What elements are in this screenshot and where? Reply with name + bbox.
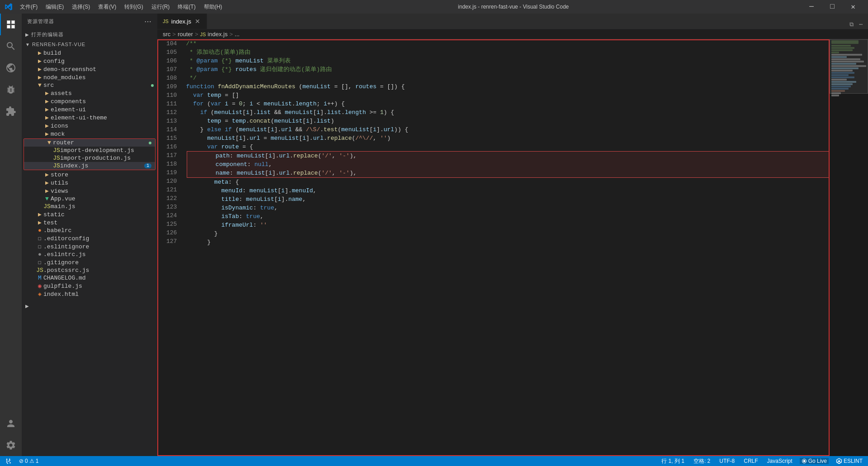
config-file-icon: ◻ [36,235,43,242]
minimize-button[interactable]: ─ [801,0,822,14]
folder-icon: ▶ [43,90,51,97]
breadcrumb-router[interactable]: router [178,31,193,38]
activity-debug[interactable] [0,79,22,100]
menu-run[interactable]: 运行(R) [148,2,174,12]
activity-search[interactable] [0,35,22,57]
line-ending-status[interactable]: CRLF [742,458,760,464]
tree-item-index-js[interactable]: JS index.js 1 [24,162,155,170]
tree-item-build[interactable]: ▶ build [22,49,157,57]
window-controls[interactable]: ─ □ ✕ [801,0,863,14]
folder-icon: ▶ [36,66,43,73]
modified-dot [151,84,154,87]
tree-item-postcssrc[interactable]: JS .postcssrc.js [22,266,157,274]
activity-extensions[interactable] [0,100,22,122]
tree-label-demo: demo-screenshot [43,66,157,73]
breadcrumb-dots[interactable]: ... [235,31,240,38]
js-file-icon: JS [53,147,60,154]
code-line-105: * 添加动态(菜单)路由 [186,48,830,57]
errors-status[interactable]: ⊘ 0 ⚠ 1 [17,458,40,464]
tree-label-eslintignore: .eslintignore [43,243,157,250]
tree-item-test[interactable]: ▶ test [22,219,157,227]
tree-item-components[interactable]: ▶ components [22,97,157,105]
outline-chevron: ▶ [25,304,29,309]
tree-item-app-vue[interactable]: ▼ App.vue [22,195,157,203]
error-icon: ⊘ [19,458,24,464]
tree-item-eslintignore[interactable]: ◻ .eslintignore [22,243,157,251]
tree-label-src: src [43,82,151,89]
language-mode[interactable]: JavaScript [765,458,794,464]
menu-goto[interactable]: 转到(G) [121,2,146,12]
menu-select[interactable]: 选择(S) [68,2,94,12]
title-bar-menu[interactable]: 文件(F) 编辑(E) 选择(S) 查看(V) 转到(G) 运行(R) 终端(T… [16,2,226,12]
tree-item-mock[interactable]: ▶ mock [22,130,157,138]
tree-label-router: router [53,139,149,146]
tree-item-index-html[interactable]: ◈ index.html [22,290,157,298]
status-left: ⊘ 0 ⚠ 1 [4,458,40,464]
tree-item-babelrc[interactable]: ● .babelrc [22,227,157,234]
eslint-label: ESLINT [844,458,863,464]
outline-header[interactable]: ▶ [22,302,157,310]
tree-item-element-ui-theme[interactable]: ▶ element-ui-theme [22,114,157,122]
tree-item-src[interactable]: ▼ src [22,81,157,89]
tree-item-eslintrc[interactable]: ● .eslintrc.js [22,251,157,258]
new-file-icon[interactable]: ⋯ [144,17,152,26]
tree-item-utils[interactable]: ▶ utils [22,179,157,187]
tree-item-changelog[interactable]: M CHANGELOG.md [22,274,157,282]
vscode-logo [5,3,13,11]
tab-index-js[interactable]: JS index.js ✕ [157,14,207,29]
js-file-icon: JS [53,155,60,162]
menu-terminal[interactable]: 终端(T) [174,2,199,12]
indentation[interactable]: 空格: 2 [692,457,712,465]
breadcrumb-src[interactable]: src [163,31,170,38]
tree-item-editorconfig[interactable]: ◻ .editorconfig [22,234,157,243]
git-branch-status[interactable] [4,458,14,464]
tree-item-gitignore[interactable]: ◻ .gitignore [22,258,157,266]
tree-label-store: store [51,171,157,178]
menu-edit[interactable]: 编辑(E) [42,2,67,12]
breadcrumb-sep3: > [229,31,233,38]
tab-close-button[interactable]: ✕ [194,18,201,25]
tree-label-icons: icons [51,123,157,129]
sidebar-header-icons[interactable]: ⋯ [144,17,152,26]
more-actions-button[interactable]: ⋯ [857,20,864,29]
breadcrumb-indexjs[interactable]: index.js [208,31,227,38]
code-line-124: isTab: true, [186,212,830,221]
activity-account[interactable] [0,413,22,434]
close-button[interactable]: ✕ [843,0,863,14]
tree-item-assets[interactable]: ▶ assets [22,89,157,97]
split-editor-button[interactable]: ⧉ [848,20,855,29]
tree-item-router[interactable]: ▼ router [24,139,155,147]
go-live-button[interactable]: Go Live [800,458,829,464]
code-editor[interactable]: 104 105 106 107 108 109 110 111 112 113 … [157,39,830,456]
tree-item-node-modules[interactable]: ▶ node_modules [22,73,157,81]
cursor-position[interactable]: 行 1, 列 1 [660,457,686,465]
tree-item-element-ui[interactable]: ▶ element-ui [22,105,157,114]
menu-view[interactable]: 查看(V) [94,2,120,12]
menu-file[interactable]: 文件(F) [16,2,41,12]
tree-item-static[interactable]: ▶ static [22,210,157,219]
tree-item-icons[interactable]: ▶ icons [22,122,157,130]
activity-explorer[interactable] [0,14,22,35]
tree-item-gulpfile[interactable]: ◉ gulpfile.js [22,282,157,290]
tree-label-element-ui-theme: element-ui-theme [51,114,157,121]
encoding-status[interactable]: UTF-8 [717,458,736,464]
tree-item-import-prod[interactable]: JS import-production.js [24,154,155,162]
code-line-108: */ [186,74,830,82]
tree-item-config[interactable]: ▶ config [22,57,157,65]
code-line-112: if (menuList[i].list && menuList[i].list… [186,108,830,117]
tree-item-main-js[interactable]: JS main.js [22,203,157,210]
maximize-button[interactable]: □ [822,0,843,14]
tree-item-import-dev[interactable]: JS import-development.js [24,147,155,154]
tree-item-demo[interactable]: ▶ demo-screenshot [22,65,157,73]
tree-item-views[interactable]: ▶ views [22,187,157,195]
project-header[interactable]: ▼ RENREN-FAST-VUE [22,40,157,49]
eslint-status[interactable]: ESLINT [834,458,864,464]
tree-item-store[interactable]: ▶ store [22,171,157,179]
activity-git[interactable] [0,57,22,79]
md-file-icon: M [36,275,43,281]
open-editors-header[interactable]: ▶ 打开的编辑器 [22,29,157,40]
activity-settings[interactable] [0,434,22,456]
menu-help[interactable]: 帮助(H) [200,2,226,12]
line-numbers: 104 105 106 107 108 109 110 111 112 113 … [157,39,182,456]
folder-icon: ▶ [43,187,51,195]
